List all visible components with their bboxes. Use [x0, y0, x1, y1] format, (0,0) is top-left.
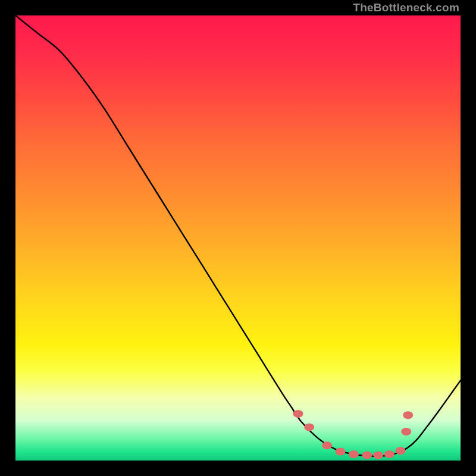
- watermark-text: TheBottleneck.com: [353, 1, 459, 14]
- chart-svg: [15, 15, 461, 461]
- chart-frame: TheBottleneck.com: [0, 0, 476, 476]
- highlight-dot: [322, 441, 332, 449]
- highlight-dots: [293, 410, 413, 459]
- highlight-dot: [336, 448, 346, 456]
- highlight-dot: [362, 452, 372, 459]
- bottleneck-curve: [15, 15, 461, 456]
- highlight-dot: [349, 450, 359, 458]
- highlight-dot: [401, 428, 411, 436]
- highlight-dot: [403, 411, 413, 419]
- plot-area: [15, 15, 461, 461]
- highlight-dot: [384, 450, 394, 458]
- highlight-dot: [373, 452, 383, 459]
- highlight-dot: [396, 447, 406, 455]
- highlight-dot: [304, 423, 314, 431]
- highlight-dot: [293, 410, 303, 418]
